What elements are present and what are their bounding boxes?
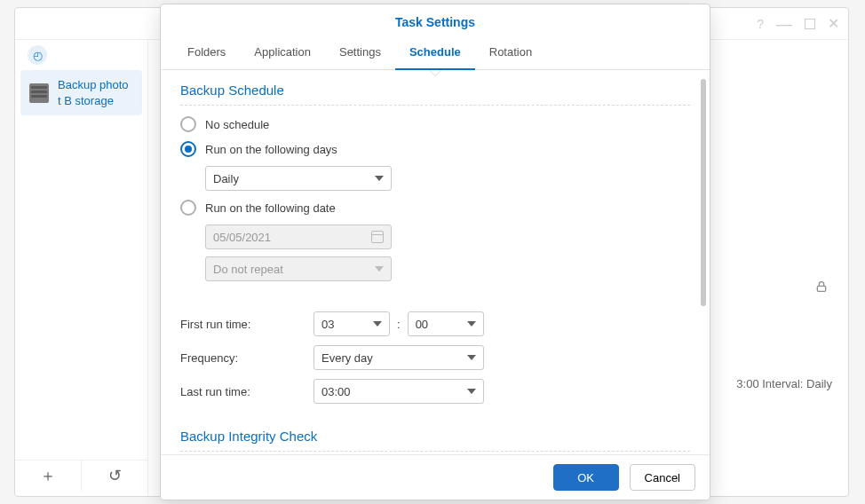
task-label: Backup photo t B storage xyxy=(58,77,133,108)
date-field: 05/05/2021 xyxy=(205,224,392,249)
radio-label: Run on the following date xyxy=(205,201,336,215)
radio-icon xyxy=(180,141,196,157)
close-icon[interactable]: ✕ xyxy=(828,15,839,32)
tab-settings[interactable]: Settings xyxy=(325,36,395,69)
radio-label: No schedule xyxy=(205,118,269,131)
cancel-button[interactable]: Cancel xyxy=(630,464,695,491)
select-value: Do not repeat xyxy=(213,263,283,276)
tab-application[interactable]: Application xyxy=(240,36,325,69)
svg-rect-0 xyxy=(817,286,825,291)
section-backup-schedule: Backup Schedule xyxy=(180,83,690,106)
section-integrity-check: Backup Integrity Check xyxy=(180,429,690,452)
dialog-footer: OK Cancel xyxy=(161,454,710,500)
chevron-down-icon xyxy=(373,321,382,327)
radio-label: Run on the following days xyxy=(205,143,337,156)
select-value: 03:00 xyxy=(321,385,351,398)
first-run-hour-select[interactable]: 03 xyxy=(313,311,390,336)
repeat-select: Do not repeat xyxy=(205,256,392,281)
dialog-body: Backup Schedule No schedule Run on the f… xyxy=(161,70,710,454)
select-value: 03 xyxy=(321,318,334,331)
history-icon: ↺ xyxy=(108,467,122,484)
tab-bar: Folders Application Settings Schedule Ro… xyxy=(161,36,710,70)
help-icon[interactable]: ? xyxy=(757,17,764,31)
maximize-icon[interactable] xyxy=(805,19,815,29)
lock-icon[interactable] xyxy=(814,280,829,296)
app-icon: ◴ xyxy=(28,45,47,65)
sidebar: ◴ Backup photo t B storage ＋ ↺ xyxy=(15,40,148,496)
days-select[interactable]: Daily xyxy=(205,166,392,191)
minimize-icon[interactable]: — xyxy=(776,20,792,28)
task-list-item[interactable]: Backup photo t B storage xyxy=(20,70,142,115)
time-separator: : xyxy=(397,318,401,331)
tab-schedule[interactable]: Schedule xyxy=(395,36,475,69)
chevron-down-icon xyxy=(375,266,384,272)
radio-following-date[interactable]: Run on the following date xyxy=(180,200,690,216)
storage-icon xyxy=(29,83,49,103)
calendar-icon xyxy=(371,231,384,243)
plus-icon: ＋ xyxy=(40,467,56,484)
dialog-title: Task Settings xyxy=(161,4,710,36)
select-value: Every day xyxy=(321,351,373,365)
radio-no-schedule[interactable]: No schedule xyxy=(180,116,690,132)
first-run-min-select[interactable]: 00 xyxy=(408,311,484,336)
ok-button[interactable]: OK xyxy=(553,464,619,491)
add-task-button[interactable]: ＋ xyxy=(15,461,82,491)
chevron-down-icon xyxy=(467,355,476,360)
tab-rotation[interactable]: Rotation xyxy=(475,36,546,69)
date-value: 05/05/2021 xyxy=(213,231,271,244)
radio-icon xyxy=(180,200,196,216)
radio-icon xyxy=(180,116,196,132)
scrollbar[interactable] xyxy=(701,79,706,445)
first-run-label: First run time: xyxy=(180,318,313,331)
frequency-select[interactable]: Every day xyxy=(313,345,484,370)
select-value: 00 xyxy=(416,318,428,331)
chevron-down-icon xyxy=(467,321,476,327)
chevron-down-icon xyxy=(375,176,384,181)
frequency-label: Frequency: xyxy=(180,351,313,365)
scroll-thumb[interactable] xyxy=(701,79,706,306)
schedule-summary-text: 3:00 Interval: Daily xyxy=(736,377,832,390)
tab-folders[interactable]: Folders xyxy=(173,36,240,69)
history-button[interactable]: ↺ xyxy=(82,461,147,491)
select-value: Daily xyxy=(213,172,239,185)
radio-following-days[interactable]: Run on the following days xyxy=(180,141,690,157)
last-run-select[interactable]: 03:00 xyxy=(313,379,484,404)
task-settings-dialog: Task Settings Folders Application Settin… xyxy=(160,4,710,500)
last-run-label: Last run time: xyxy=(180,385,313,398)
chevron-down-icon xyxy=(467,389,476,394)
